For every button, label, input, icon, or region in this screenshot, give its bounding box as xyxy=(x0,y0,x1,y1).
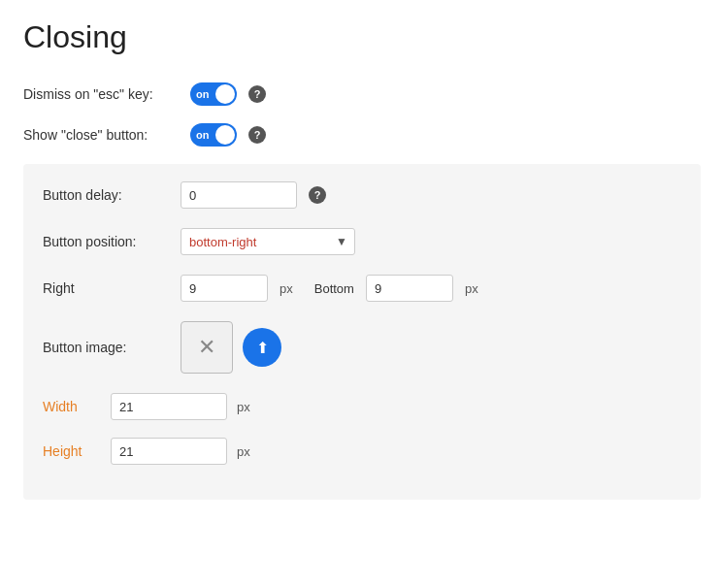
button-delay-help-icon[interactable]: ? xyxy=(309,186,326,204)
height-row: Height px xyxy=(43,438,681,465)
button-position-select-wrapper: bottom-right top-left top-center top-rig… xyxy=(181,228,355,255)
height-unit: px xyxy=(237,444,250,459)
button-delay-input[interactable] xyxy=(181,181,297,209)
dimension-section: Width px Height px xyxy=(43,393,681,465)
dismiss-label: Dismiss on "esc" key: xyxy=(23,86,179,102)
position-offsets-row: Right px Bottom px xyxy=(43,275,681,302)
right-input[interactable] xyxy=(181,275,268,302)
show-close-toggle-row: Show "close" button: on ? xyxy=(23,123,701,147)
dismiss-help-icon[interactable]: ? xyxy=(248,85,266,103)
button-image-row: Button image: ✕ ⬆ xyxy=(43,321,681,374)
button-delay-row: Button delay: ? xyxy=(43,181,681,209)
dismiss-toggle[interactable]: on xyxy=(190,82,237,106)
x-icon: ✕ xyxy=(198,335,215,360)
width-input[interactable] xyxy=(111,393,227,420)
width-label: Width xyxy=(43,399,101,414)
height-label: Height xyxy=(43,443,101,459)
dismiss-toggle-text: on xyxy=(196,88,209,100)
width-row: Width px xyxy=(43,393,681,420)
bottom-unit: px xyxy=(465,281,478,296)
right-label: Right xyxy=(43,280,169,296)
settings-panel: Button delay: ? Button position: bottom-… xyxy=(23,164,701,500)
show-close-toggle-knob xyxy=(215,125,235,145)
button-position-row: Button position: bottom-right top-left t… xyxy=(43,228,681,255)
button-position-select[interactable]: bottom-right top-left top-center top-rig… xyxy=(181,228,355,255)
image-placeholder[interactable]: ✕ xyxy=(181,321,233,374)
button-delay-label: Button delay: xyxy=(43,187,169,203)
button-position-label: Button position: xyxy=(43,234,169,249)
right-unit: px xyxy=(280,281,293,296)
show-close-toggle[interactable]: on xyxy=(190,123,237,147)
upload-button[interactable]: ⬆ xyxy=(243,328,281,367)
button-image-label: Button image: xyxy=(43,340,169,355)
image-button-area: ✕ ⬆ xyxy=(181,321,281,374)
upload-arrow-icon: ⬆ xyxy=(256,339,269,357)
bottom-label: Bottom xyxy=(314,281,354,296)
height-input[interactable] xyxy=(111,438,227,465)
show-close-label: Show "close" button: xyxy=(23,127,179,143)
bottom-input[interactable] xyxy=(366,275,453,302)
page-title: Closing xyxy=(23,19,701,55)
show-close-help-icon[interactable]: ? xyxy=(248,126,266,144)
width-unit: px xyxy=(237,400,250,414)
dismiss-toggle-row: Dismiss on "esc" key: on ? xyxy=(23,82,701,106)
dismiss-toggle-knob xyxy=(215,84,235,104)
show-close-toggle-text: on xyxy=(196,129,209,141)
